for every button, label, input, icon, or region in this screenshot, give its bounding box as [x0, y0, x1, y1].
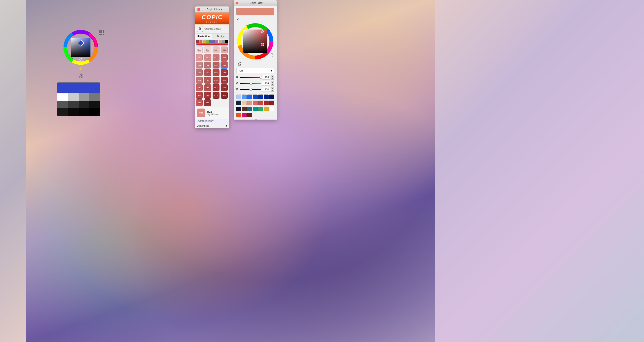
- colorless-blender-row[interactable]: 0 Colorless Blender: [195, 24, 230, 34]
- swatch-R17[interactable]: R17: [212, 84, 220, 91]
- close-button[interactable]: [236, 2, 238, 4]
- swatch-R01[interactable]: R01: [204, 54, 211, 61]
- swatch-lgray[interactable]: [68, 93, 79, 101]
- channel-R-slider[interactable]: [240, 77, 261, 78]
- swatch-R05[interactable]: R05: [204, 77, 211, 84]
- color-preview-bar[interactable]: [236, 8, 274, 15]
- palette-magenta[interactable]: [242, 113, 246, 117]
- swatch-R83[interactable]: R83: [212, 69, 220, 76]
- custom-set-row[interactable]: Custom set ▼: [195, 123, 230, 128]
- palette-brown[interactable]: [242, 106, 246, 111]
- swatch-R12[interactable]: R12: [212, 62, 220, 68]
- primary-swatch[interactable]: [57, 82, 100, 93]
- swatch-dgray1[interactable]: [57, 101, 68, 108]
- swatch-R32[interactable]: R32: [196, 69, 203, 76]
- palette-blue-light[interactable]: [236, 94, 241, 99]
- swatch-R22[interactable]: R22: [221, 62, 228, 68]
- palette-blue-strong[interactable]: [247, 94, 252, 99]
- swatch-black2[interactable]: [57, 108, 68, 116]
- color-row-selector[interactable]: [196, 40, 228, 43]
- color-bar-earth[interactable]: [218, 40, 222, 43]
- channel-B-up[interactable]: ▲: [271, 87, 274, 90]
- palette-red-dark2[interactable]: [269, 100, 274, 105]
- palette-red-light[interactable]: [253, 100, 258, 105]
- swatch-R21[interactable]: R21: [221, 54, 228, 61]
- swatch-black4[interactable]: [78, 108, 90, 116]
- swatch-R20[interactable]: R20: [221, 46, 228, 54]
- resize-handle[interactable]: [234, 119, 277, 120]
- swatch-black3[interactable]: [68, 108, 79, 116]
- channel-R-up[interactable]: ▲: [271, 75, 274, 77]
- complementary-row[interactable]: ↕ Complementary: [195, 119, 230, 123]
- color-bar-gray[interactable]: [222, 40, 225, 43]
- color-wheel[interactable]: [64, 30, 98, 64]
- palette-white[interactable]: [269, 106, 274, 111]
- channel-B-slider[interactable]: [240, 89, 261, 90]
- tab-design[interactable]: Design: [212, 34, 230, 39]
- swatch-R35[interactable]: R35: [212, 77, 220, 84]
- swatch-R14[interactable]: R14: [221, 69, 228, 76]
- color-bar-orange[interactable]: [200, 40, 202, 43]
- swatch-R02[interactable]: R02: [204, 62, 211, 68]
- color-bar-green[interactable]: [206, 40, 209, 43]
- swatch-mgray2[interactable]: [90, 93, 100, 101]
- swatch-R0000[interactable]: R0000: [196, 46, 203, 54]
- palette-gold[interactable]: [264, 106, 268, 111]
- channel-R-value[interactable]: 255: [262, 75, 270, 80]
- swatch-R37[interactable]: R37: [196, 92, 203, 99]
- color-bar-blue[interactable]: [209, 40, 212, 43]
- palette-blue-dark2[interactable]: [258, 94, 263, 99]
- swatch-dgray2[interactable]: [68, 101, 79, 108]
- swatch-black5[interactable]: [90, 108, 100, 116]
- color-bar-black[interactable]: [225, 40, 228, 43]
- swatch-R29[interactable]: R29: [212, 92, 220, 99]
- palette-green[interactable]: [258, 106, 263, 111]
- color-bar-red[interactable]: [196, 40, 199, 43]
- swatch-white[interactable]: [57, 93, 68, 101]
- channel-G-up[interactable]: ▲: [271, 81, 274, 83]
- printer-button[interactable]: 🖨: [237, 62, 242, 66]
- palette-blue-dark1[interactable]: [253, 94, 258, 99]
- channel-G-value[interactable]: 134: [262, 81, 270, 86]
- channel-G-down[interactable]: ▼: [271, 84, 274, 86]
- swatch-R11[interactable]: R11: [212, 54, 220, 61]
- hue-arrows[interactable]: ◁ ▷: [271, 52, 273, 58]
- printer-icon[interactable]: 🖨: [78, 73, 83, 79]
- swatch-R24[interactable]: R24: [196, 77, 203, 84]
- palette-brown-dark[interactable]: [247, 113, 252, 117]
- palette-teal-dark[interactable]: [247, 106, 252, 111]
- palette-red-mid[interactable]: [258, 100, 263, 105]
- swatch-R46[interactable]: R46: [196, 84, 203, 91]
- color-bar-pink[interactable]: [216, 40, 218, 43]
- swatch-R39[interactable]: R39: [221, 92, 228, 99]
- swatch-dgray3[interactable]: [78, 101, 90, 108]
- swatch-R56[interactable]: R56: [204, 84, 211, 91]
- channel-G-slider[interactable]: [240, 83, 261, 84]
- swatch-R85[interactable]: R85: [221, 77, 228, 84]
- palette-blue-mid[interactable]: [242, 94, 246, 99]
- swatch-R00[interactable]: R00: [212, 46, 220, 54]
- palette-red-dark1[interactable]: [264, 100, 268, 105]
- swatch-R81[interactable]: R81: [196, 62, 203, 68]
- channel-B-down[interactable]: ▼: [271, 90, 274, 92]
- swatch-R30[interactable]: R30: [196, 54, 203, 61]
- tab-illustration[interactable]: Illustration: [195, 34, 212, 39]
- preview-swatch[interactable]: R22: [197, 108, 205, 117]
- palette-navy[interactable]: [236, 100, 241, 105]
- palette-dark-navy[interactable]: [236, 106, 241, 111]
- palette-blue-dark4[interactable]: [269, 94, 274, 99]
- swatch-R000[interactable]: R000: [204, 46, 211, 54]
- channel-R-down[interactable]: ▼: [271, 78, 274, 80]
- palette-blue-dark3[interactable]: [264, 94, 268, 99]
- swatch-black1[interactable]: [90, 101, 100, 108]
- swatch-mgray1[interactable]: [78, 93, 90, 101]
- palette-salmon[interactable]: [247, 100, 252, 105]
- channel-B-value[interactable]: 130: [262, 87, 270, 92]
- rgb-mode-dropdown[interactable]: RGB ▼: [236, 68, 274, 73]
- eyedropper-icon[interactable]: ✒: [235, 16, 240, 22]
- swatch-R59[interactable]: R59: [196, 99, 203, 106]
- color-bar-violet[interactable]: [212, 40, 216, 43]
- window-close-button[interactable]: [197, 8, 200, 11]
- row-selected[interactable]: [196, 43, 228, 46]
- swatch-R08[interactable]: R08: [204, 92, 211, 99]
